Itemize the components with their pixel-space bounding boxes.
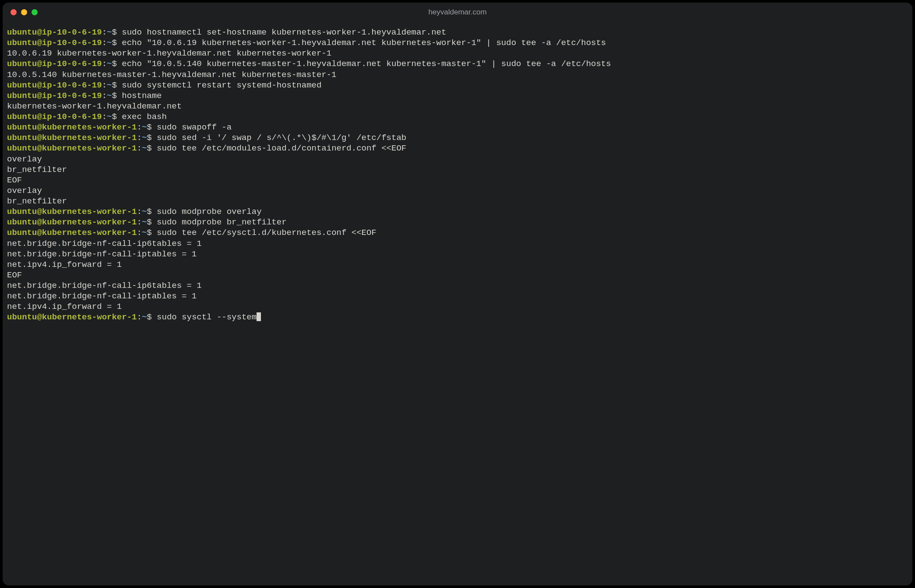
- output-text: overlay: [7, 186, 42, 196]
- prompt-host: kubernetes-worker-1: [42, 207, 137, 217]
- terminal-output-line: EOF: [7, 175, 908, 186]
- prompt: ubuntu@ip-10-0-6-19:~$: [7, 91, 122, 101]
- prompt: ubuntu@kubernetes-worker-1:~$: [7, 228, 157, 238]
- prompt-host: kubernetes-worker-1: [42, 144, 137, 153]
- close-icon[interactable]: [11, 9, 17, 15]
- command-text: sudo modprobe br_netfilter: [157, 217, 286, 227]
- terminal-output-line: kubernetes-worker-1.heyvaldemar.net: [7, 101, 908, 112]
- prompt-path: ~: [142, 228, 147, 238]
- prompt: ubuntu@kubernetes-worker-1:~$: [7, 312, 157, 322]
- prompt-path: ~: [142, 207, 147, 217]
- output-text: overlay: [7, 154, 42, 164]
- prompt-path: ~: [107, 80, 112, 90]
- prompt: ubuntu@ip-10-0-6-19:~$: [7, 80, 122, 90]
- prompt-user: ubuntu: [7, 112, 37, 122]
- output-text: br_netfilter: [7, 196, 67, 206]
- prompt-symbol: $: [147, 312, 157, 322]
- prompt-host: ip-10-0-6-19: [42, 59, 102, 69]
- command-text: sudo sed -i '/ swap / s/^\(.*\)$/#\1/g' …: [157, 133, 406, 143]
- prompt-path: ~: [142, 312, 147, 322]
- maximize-icon[interactable]: [32, 9, 38, 15]
- terminal-command-line: ubuntu@ip-10-0-6-19:~$ echo "10.0.5.140 …: [7, 59, 908, 69]
- terminal-command-line: ubuntu@ip-10-0-6-19:~$ exec bash: [7, 112, 908, 122]
- output-text: 10.0.5.140 kubernetes-master-1.heyvaldem…: [7, 70, 337, 80]
- prompt: ubuntu@ip-10-0-6-19:~$: [7, 38, 122, 48]
- command-text: sudo tee /etc/modules-load.d/containerd.…: [157, 144, 406, 153]
- prompt: ubuntu@ip-10-0-6-19:~$: [7, 28, 122, 37]
- prompt-symbol: $: [147, 207, 157, 217]
- titlebar: heyvaldemar.com: [3, 3, 912, 22]
- prompt-path: ~: [142, 133, 147, 143]
- terminal-command-line: ubuntu@ip-10-0-6-19:~$ echo "10.0.6.19 k…: [7, 38, 908, 48]
- terminal-output-line: net.bridge.bridge-nf-call-ip6tables = 1: [7, 238, 908, 249]
- prompt-symbol: $: [112, 112, 122, 122]
- terminal-command-line: ubuntu@kubernetes-worker-1:~$ sudo sed -…: [7, 133, 908, 143]
- command-text: sudo sysctl --system: [157, 312, 257, 322]
- minimize-icon[interactable]: [21, 9, 27, 15]
- prompt-path: ~: [107, 38, 112, 48]
- prompt: ubuntu@kubernetes-worker-1:~$: [7, 144, 157, 153]
- prompt-host: kubernetes-worker-1: [42, 217, 137, 227]
- terminal-output-line: overlay: [7, 186, 908, 196]
- command-text: sudo hostnamectl set-hostname kubernetes…: [122, 28, 446, 37]
- prompt-user: ubuntu: [7, 133, 37, 143]
- output-text: br_netfilter: [7, 165, 67, 175]
- traffic-lights: [11, 9, 38, 15]
- terminal-output-line: net.ipv4.ip_forward = 1: [7, 259, 908, 270]
- prompt-symbol: $: [147, 144, 157, 153]
- prompt-symbol: $: [147, 228, 157, 238]
- prompt-user: ubuntu: [7, 38, 37, 48]
- output-text: EOF: [7, 270, 22, 280]
- prompt-symbol: $: [112, 80, 122, 90]
- prompt-user: ubuntu: [7, 217, 37, 227]
- prompt-symbol: $: [112, 28, 122, 37]
- output-text: EOF: [7, 175, 22, 185]
- prompt-host: ip-10-0-6-19: [42, 112, 102, 122]
- prompt-host: ip-10-0-6-19: [42, 28, 102, 37]
- terminal-output-line: br_netfilter: [7, 196, 908, 206]
- prompt-user: ubuntu: [7, 207, 37, 217]
- prompt-symbol: $: [147, 122, 157, 132]
- prompt-path: ~: [107, 59, 112, 69]
- prompt: ubuntu@kubernetes-worker-1:~$: [7, 133, 157, 143]
- prompt-host: kubernetes-worker-1: [42, 228, 137, 238]
- prompt-host: ip-10-0-6-19: [42, 38, 102, 48]
- output-text: 10.0.6.19 kubernetes-worker-1.heyvaldema…: [7, 49, 331, 58]
- output-text: net.ipv4.ip_forward = 1: [7, 302, 122, 312]
- prompt-host: ip-10-0-6-19: [42, 80, 102, 90]
- terminal-command-line: ubuntu@kubernetes-worker-1:~$ sudo modpr…: [7, 206, 908, 217]
- command-text: sudo systemctl restart systemd-hostnamed: [122, 80, 321, 90]
- terminal-output-line: EOF: [7, 270, 908, 280]
- command-text: hostname: [122, 91, 162, 101]
- terminal-command-line: ubuntu@kubernetes-worker-1:~$ sudo tee /…: [7, 143, 908, 154]
- terminal-window: heyvaldemar.com ubuntu@ip-10-0-6-19:~$ s…: [3, 3, 912, 585]
- command-text: exec bash: [122, 112, 167, 122]
- command-text: sudo tee /etc/sysctl.d/kubernetes.conf <…: [157, 228, 377, 238]
- output-text: net.bridge.bridge-nf-call-iptables = 1: [7, 291, 197, 301]
- prompt-user: ubuntu: [7, 28, 37, 37]
- command-text: sudo swapoff -a: [157, 122, 232, 132]
- terminal-body[interactable]: ubuntu@ip-10-0-6-19:~$ sudo hostnamectl …: [3, 22, 912, 585]
- terminal-command-line: ubuntu@ip-10-0-6-19:~$ sudo systemctl re…: [7, 80, 908, 91]
- terminal-output-line: net.bridge.bridge-nf-call-iptables = 1: [7, 249, 908, 259]
- terminal-output-line: 10.0.5.140 kubernetes-master-1.heyvaldem…: [7, 70, 908, 80]
- terminal-command-line: ubuntu@kubernetes-worker-1:~$ sudo modpr…: [7, 217, 908, 228]
- prompt-path: ~: [107, 91, 112, 101]
- prompt: ubuntu@ip-10-0-6-19:~$: [7, 59, 122, 69]
- prompt-host: kubernetes-worker-1: [42, 133, 137, 143]
- terminal-command-line: ubuntu@kubernetes-worker-1:~$ sudo tee /…: [7, 228, 908, 238]
- prompt-path: ~: [107, 28, 112, 37]
- prompt-symbol: $: [147, 217, 157, 227]
- cursor-icon: [257, 312, 261, 321]
- prompt-symbol: $: [147, 133, 157, 143]
- prompt-user: ubuntu: [7, 91, 37, 101]
- output-text: net.bridge.bridge-nf-call-iptables = 1: [7, 249, 197, 259]
- prompt: ubuntu@kubernetes-worker-1:~$: [7, 122, 157, 132]
- window-title: heyvaldemar.com: [3, 8, 912, 17]
- prompt-user: ubuntu: [7, 122, 37, 132]
- prompt-host: ip-10-0-6-19: [42, 91, 102, 101]
- terminal-command-line: ubuntu@ip-10-0-6-19:~$ sudo hostnamectl …: [7, 27, 908, 38]
- prompt-symbol: $: [112, 59, 122, 69]
- terminal-output-line: overlay: [7, 154, 908, 164]
- output-text: kubernetes-worker-1.heyvaldemar.net: [7, 102, 182, 111]
